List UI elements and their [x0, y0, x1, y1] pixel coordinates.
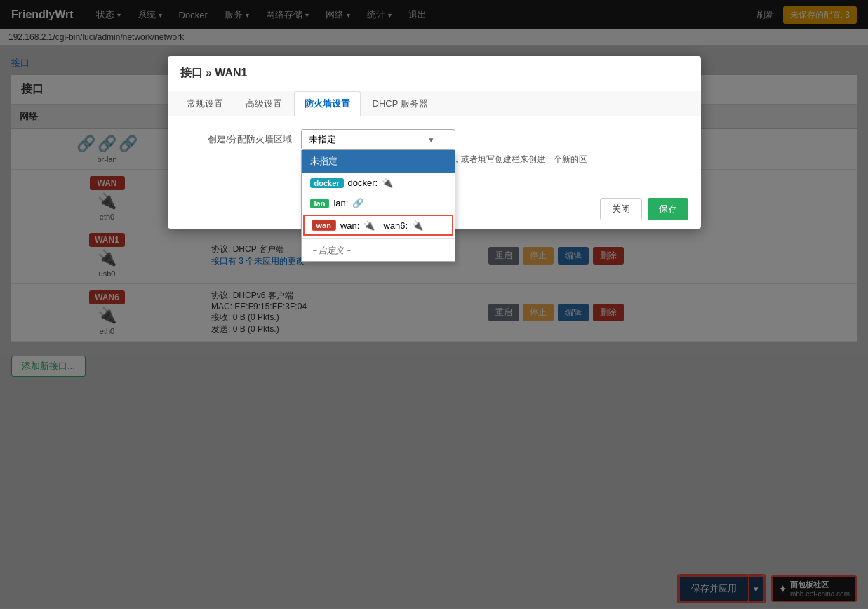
dropdown-custom[interactable]: －自定义－: [302, 241, 455, 261]
dropdown-item-lan[interactable]: lan lan: 🔗: [302, 193, 455, 213]
tab-advanced[interactable]: 高级设置: [235, 91, 293, 116]
dropdown-item-wan[interactable]: wan wan: 🔌 wan6: 🔌: [303, 215, 453, 236]
dropdown-item-unspecified[interactable]: 未指定: [302, 150, 455, 173]
modal: 接口 » WAN1 常规设置 高级设置 防火墙设置 DHCP 服务器 创建/分配…: [168, 56, 701, 229]
tab-general[interactable]: 常规设置: [176, 91, 234, 116]
badge-lan: lan: [310, 199, 330, 208]
badge-wan: wan: [312, 220, 336, 231]
zone-dropdown: 未指定 docker docker: 🔌 lan lan:: [301, 150, 455, 262]
modal-body: 创建/分配防火墙区域 未指定 ▼ 未指定: [168, 116, 701, 189]
close-button[interactable]: 关闭: [600, 198, 642, 220]
tab-dhcp[interactable]: DHCP 服务器: [362, 91, 439, 116]
dropdown-item-docker[interactable]: docker docker: 🔌: [302, 173, 455, 193]
firewall-zone-field: 未指定 ▼ 未指定 docker docker:: [301, 129, 688, 166]
modal-header: 接口 » WAN1: [168, 56, 701, 91]
firewall-zone-label: 创建/分配防火墙区域: [180, 129, 293, 146]
divider: [302, 238, 455, 239]
save-button[interactable]: 保存: [648, 198, 688, 220]
modal-overlay[interactable]: 接口 » WAN1 常规设置 高级设置 防火墙设置 DHCP 服务器 创建/分配…: [0, 0, 868, 608]
docker-icon: 🔌: [382, 178, 393, 188]
zone-select-wrapper: 未指定 ▼ 未指定 docker docker:: [301, 129, 455, 150]
modal-tabs: 常规设置 高级设置 防火墙设置 DHCP 服务器: [168, 91, 701, 116]
zone-select[interactable]: 未指定 ▼: [301, 129, 455, 150]
wan-icon: 🔌: [363, 220, 375, 231]
firewall-zone-row: 创建/分配防火墙区域 未指定 ▼ 未指定: [180, 129, 688, 166]
lan-icon: 🔗: [352, 198, 363, 208]
tab-firewall[interactable]: 防火墙设置: [294, 91, 361, 116]
badge-docker: docker: [310, 178, 344, 188]
wan6-icon: 🔌: [412, 220, 423, 231]
chevron-down-icon: ▼: [428, 136, 435, 144]
